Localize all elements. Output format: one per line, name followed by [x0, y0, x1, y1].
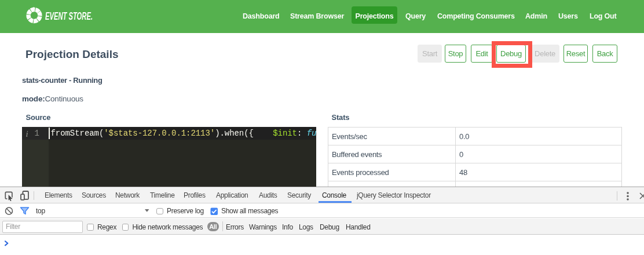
svg-text:EVENT STORE.: EVENT STORE. — [45, 10, 93, 22]
